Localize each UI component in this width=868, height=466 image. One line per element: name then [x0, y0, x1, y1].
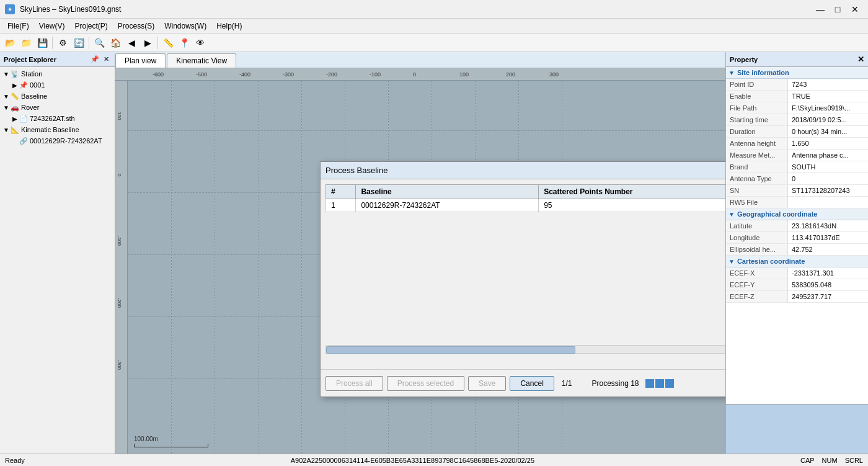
- section-collapse-icon[interactable]: ▼: [728, 69, 735, 76]
- tree-item-sth[interactable]: ▶ 📄 7243262AT.sth: [0, 113, 115, 124]
- menu-windows[interactable]: Windows(W): [159, 20, 211, 32]
- expand-icon-sth[interactable]: ▶: [11, 115, 19, 122]
- expand-icon-rover[interactable]: ▼: [2, 104, 10, 111]
- expand-icon-0001[interactable]: ▶: [11, 81, 19, 89]
- toolbar-back[interactable]: ◀: [124, 35, 139, 50]
- row-scattered: 95: [539, 199, 725, 212]
- title-bar: ★ SkyLines – SkyLines0919.gnst — □ ✕: [0, 0, 868, 19]
- col-header-baseline: Baseline: [356, 185, 539, 199]
- menu-view[interactable]: View(V): [34, 20, 70, 32]
- section-site-info: ▼ Site information: [726, 67, 868, 79]
- baseline-icon: 📏: [10, 92, 20, 101]
- menu-file[interactable]: File(F): [2, 20, 34, 32]
- kinematic-entry-label: 00012629R-7243262AT: [30, 137, 102, 145]
- kinematic-baseline-label: Kinematic Baseline: [21, 126, 79, 133]
- process-selected-button[interactable]: Process selected: [387, 376, 464, 391]
- tab-kinematic-view[interactable]: Kinematic View: [167, 53, 236, 68]
- status-ready: Ready: [5, 457, 25, 464]
- expand-icon-station[interactable]: ▼: [2, 70, 10, 78]
- toolbar-refresh[interactable]: 🔄: [71, 35, 86, 50]
- processing-label: Processing 18: [591, 379, 639, 388]
- project-explorer-title: Project Explorer: [4, 56, 56, 63]
- status-bar: Ready A902A225000006314114-E605B3E65A331…: [0, 454, 868, 466]
- rover-label: Rover: [21, 104, 39, 111]
- prop-duration: Duration 0 hour(s) 34 min...: [726, 126, 868, 138]
- toolbar-zoom[interactable]: 🔍: [92, 35, 107, 50]
- minimize-button[interactable]: —: [812, 3, 828, 16]
- toolbar-new[interactable]: 📂: [2, 35, 17, 50]
- menu-process[interactable]: Process(S): [113, 20, 159, 32]
- toolbar-eye[interactable]: 👁: [193, 35, 208, 50]
- progress-block-3: [665, 379, 674, 388]
- toolbar-save[interactable]: 💾: [35, 35, 50, 50]
- tab-plan-view[interactable]: Plan view: [115, 53, 166, 68]
- property-close-button[interactable]: ✕: [857, 55, 864, 64]
- sth-label: 7243262AT.sth: [30, 115, 75, 122]
- prop-ecef-z: ECEF-Z 2495237.717: [726, 291, 868, 303]
- main-layout: Project Explorer 📌 ✕ ▼ 📡 Station ▶ 📌 000…: [0, 52, 868, 466]
- section-cartesian-collapse-icon[interactable]: ▼: [728, 258, 735, 265]
- close-button[interactable]: ✕: [847, 3, 863, 16]
- baseline-label: Baseline: [21, 92, 47, 100]
- tree-item-kinematic-baseline[interactable]: ▼ 📐 Kinematic Baseline: [0, 124, 115, 135]
- tree-item-rover[interactable]: ▼ 🚗 Rover: [0, 102, 115, 113]
- toolbar-settings[interactable]: ⚙: [55, 35, 70, 50]
- tab-bar: Plan view Kinematic View: [115, 52, 725, 68]
- section-geo-coord: ▼ Geographical coordinate: [726, 208, 868, 220]
- expand-icon-kinematic[interactable]: ▼: [2, 126, 10, 133]
- expand-icon-baseline[interactable]: ▼: [2, 92, 10, 100]
- project-explorer: Project Explorer 📌 ✕ ▼ 📡 Station ▶ 📌 000…: [0, 52, 115, 466]
- save-button[interactable]: Save: [468, 376, 506, 391]
- menu-bar: File(F) View(V) Project(P) Process(S) Wi…: [0, 19, 868, 34]
- tree-item-kinematic-entry[interactable]: 🔗 00012629R-7243262AT: [0, 135, 115, 146]
- rover-icon: 🚗: [10, 103, 20, 112]
- status-right: CAP NUM SCRL: [800, 457, 863, 464]
- dialog-title-bar: Process Baseline ✕: [321, 162, 725, 179]
- panel-pin-button[interactable]: 📌: [90, 55, 100, 65]
- dialog-title: Process Baseline: [326, 166, 388, 175]
- prop-sn: SN ST1173128207243: [726, 185, 868, 197]
- link-icon: 🔗: [19, 137, 29, 145]
- menu-help[interactable]: Help(H): [211, 20, 247, 32]
- process-all-button[interactable]: Process all: [326, 376, 383, 391]
- table-row[interactable]: 1 00012629R-7243262AT 95: [326, 199, 726, 212]
- prop-enable: Enable TRUE: [726, 91, 868, 102]
- prop-point-id: Point ID 7243: [726, 79, 868, 91]
- table-empty-space: [326, 212, 725, 343]
- status-cap: CAP: [800, 457, 815, 464]
- toolbar-measure[interactable]: 📏: [161, 35, 175, 50]
- panel-close-button[interactable]: ✕: [101, 55, 111, 65]
- tree-item-0001[interactable]: ▶ 📌 0001: [0, 79, 115, 91]
- plan-view-content: -600 -500 -400 -300 -200 -100 0 100 200 …: [115, 68, 725, 466]
- scrollbar-thumb[interactable]: [326, 346, 575, 354]
- horizontal-scrollbar[interactable]: [326, 345, 725, 354]
- expand-icon-kinematic-entry: [11, 137, 19, 145]
- maximize-button[interactable]: □: [830, 3, 846, 16]
- section-geo-label: Geographical coordinate: [737, 210, 818, 218]
- row-num: 1: [326, 199, 356, 212]
- toolbar-home[interactable]: 🏠: [108, 35, 123, 50]
- section-cartesian-coord: ▼ Cartesian coordinate: [726, 256, 868, 267]
- file-icon: 📄: [19, 114, 29, 123]
- status-num: NUM: [822, 457, 838, 464]
- section-geo-collapse-icon[interactable]: ▼: [728, 211, 735, 218]
- progress-indicator: [645, 379, 674, 388]
- prop-file-path: File Path F:\SkyLines0919\...: [726, 102, 868, 114]
- app-title: SkyLines – SkyLines0919.gnst: [20, 5, 121, 14]
- row-baseline: 00012629R-7243262AT: [356, 199, 539, 212]
- toolbar-locate[interactable]: 📍: [177, 35, 192, 50]
- dialog-footer: Process all Process selected Save Cancel…: [321, 369, 725, 397]
- dialog-content: # Baseline Scattered Points Number 1 000…: [321, 179, 725, 361]
- property-title: Property: [730, 56, 758, 63]
- tree-item-baseline[interactable]: ▼ 📏 Baseline: [0, 91, 115, 102]
- col-header-scattered: Scattered Points Number: [539, 185, 725, 199]
- col-header-num: #: [326, 185, 356, 199]
- toolbar-sep-3: [157, 37, 158, 49]
- tree-item-station[interactable]: ▼ 📡 Station: [0, 68, 115, 79]
- project-explorer-header: Project Explorer 📌 ✕: [0, 52, 115, 67]
- toolbar-open[interactable]: 📁: [19, 35, 33, 50]
- toolbar-forward[interactable]: ▶: [140, 35, 155, 50]
- cancel-button[interactable]: Cancel: [510, 376, 554, 391]
- menu-project[interactable]: Project(P): [69, 20, 112, 32]
- progress-block-1: [645, 379, 654, 388]
